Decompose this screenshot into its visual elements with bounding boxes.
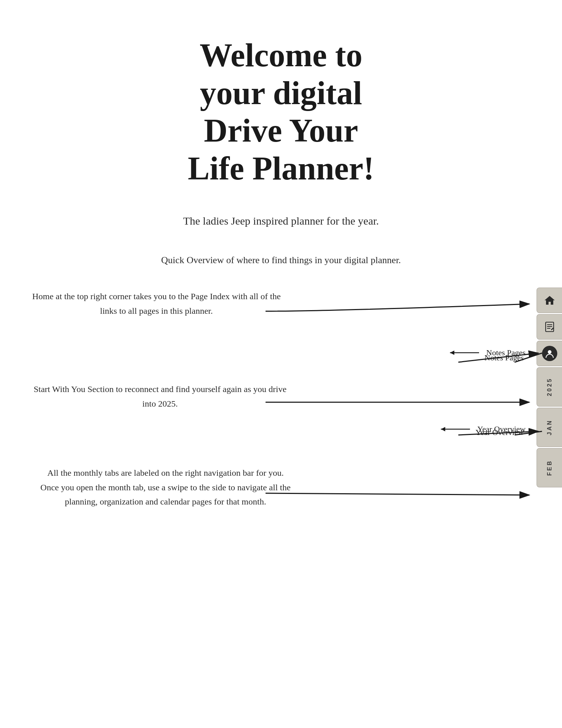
- svg-marker-11: [450, 351, 454, 355]
- notes-icon: [543, 320, 556, 333]
- main-title: Welcome to your digital Drive Your Life …: [0, 36, 562, 187]
- year-annotation: Year Overview: [437, 424, 526, 434]
- year-overview-annotation-text: Year Overview: [477, 424, 526, 434]
- home-description: Home at the top right corner takes you t…: [29, 289, 284, 318]
- subtitle-block: The ladies Jeep inspired planner for the…: [0, 215, 562, 227]
- monthly-description: All the monthly tabs are labeled on the …: [29, 466, 302, 509]
- title-block: Welcome to your digital Drive Your Life …: [0, 36, 562, 187]
- overview-text: Quick Overview of where to find things i…: [0, 255, 562, 266]
- feb-tab[interactable]: FEB: [537, 448, 562, 487]
- person-tab[interactable]: [537, 341, 562, 366]
- page-layout: Welcome to your digital Drive Your Life …: [0, 0, 562, 728]
- nav-sidebar: 2025 JAN FEB: [537, 288, 562, 487]
- year-arrow-icon: [437, 424, 474, 434]
- subtitle-text: The ladies Jeep inspired planner for the…: [0, 215, 562, 227]
- notes-arrow-icon: [446, 348, 483, 358]
- notes-annotation: Notes Pages: [446, 348, 526, 358]
- start-description: Start With You Section to reconnect and …: [29, 382, 291, 411]
- home-tab[interactable]: [537, 288, 562, 313]
- jan-tab[interactable]: JAN: [537, 408, 562, 447]
- person-icon: [542, 346, 557, 361]
- notes-tab[interactable]: [537, 314, 562, 340]
- notes-pages-annotation-text: Notes Pages: [486, 348, 526, 357]
- jan-label: JAN: [546, 419, 553, 435]
- svg-point-4: [548, 350, 551, 354]
- feb-label: FEB: [546, 460, 553, 476]
- svg-marker-13: [441, 427, 445, 431]
- year-2025-tab[interactable]: 2025: [537, 367, 562, 407]
- year-2025-label: 2025: [546, 377, 553, 396]
- overview-block: Quick Overview of where to find things i…: [0, 255, 562, 266]
- home-icon: [543, 294, 556, 307]
